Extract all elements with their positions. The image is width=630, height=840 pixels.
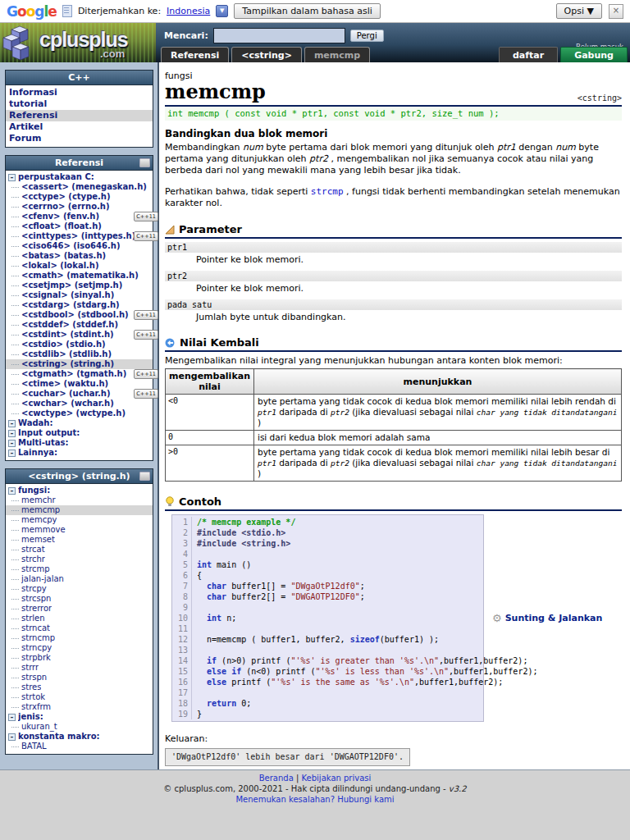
- reference-menu-item[interactable]: - Lainnya:: [6, 448, 153, 458]
- reference-menu-item[interactable]: <cwctype> (wctype.h): [6, 409, 153, 418]
- language-dropdown-icon[interactable]: ▼: [216, 5, 228, 17]
- reference-menu-item[interactable]: <cmath> (matematika.h): [6, 271, 153, 281]
- reference-menu-item[interactable]: <cwchar> (wchar.h): [6, 399, 153, 409]
- cstring-menu-item[interactable]: ukuran_t: [6, 722, 153, 732]
- reference-menu-item[interactable]: <cassert> (menegaskan.h): [6, 182, 153, 192]
- cstring-menu-item[interactable]: - jenis:: [6, 712, 153, 722]
- tree-collapse-icon[interactable]: -: [8, 440, 16, 447]
- options-button[interactable]: Opsi ▼: [556, 3, 602, 19]
- cstring-menu-item[interactable]: memmove: [6, 525, 153, 535]
- tree-line: [11, 285, 19, 286]
- cstring-menu-item[interactable]: jalan-jalan: [6, 574, 153, 584]
- cstring-menu-item[interactable]: - konstanta makro:: [6, 732, 153, 742]
- return-value-cell: 0: [166, 431, 254, 445]
- cstring-menu-item[interactable]: strncmp: [6, 633, 153, 643]
- cstring-menu-item[interactable]: - fungsi:: [6, 486, 153, 495]
- code-editor[interactable]: 1 /* memcmp example */ 2 #include <stdio…: [171, 514, 484, 722]
- cstring-menu-item[interactable]: strxfrm: [6, 702, 153, 712]
- reference-menu-item[interactable]: - Input output:: [6, 428, 153, 438]
- menu-item-label: jalan-jalan: [21, 574, 64, 584]
- reference-menu-item[interactable]: <cstdlib> (stdlib.h): [6, 349, 153, 359]
- cstring-menu-item[interactable]: strlen: [6, 614, 153, 623]
- tree-collapse-icon[interactable]: -: [8, 450, 16, 457]
- tree-collapse-icon[interactable]: -: [8, 714, 16, 721]
- cstring-menu-item[interactable]: strcat: [6, 545, 153, 555]
- cstring-menu-item[interactable]: strcpy: [6, 584, 153, 594]
- header-tab[interactable]: <cstring>: [231, 47, 302, 62]
- cstring-menu-item[interactable]: strtok: [6, 692, 153, 702]
- dock-icon[interactable]: [139, 158, 150, 167]
- tree-line: [11, 628, 19, 629]
- cstring-menu-item[interactable]: strerror: [6, 604, 153, 614]
- reference-menu-item[interactable]: - Multi-utas:: [6, 438, 153, 448]
- tree-collapse-icon[interactable]: -: [8, 733, 16, 741]
- translated-to-label: Diterjemahkan ke:: [78, 6, 161, 16]
- cpp-menu-item[interactable]: tutorial: [6, 98, 153, 110]
- reference-menu-item[interactable]: - Wadah:: [6, 418, 153, 428]
- tree-line: [11, 207, 19, 208]
- cstring-menu-item[interactable]: BATAL: [6, 742, 153, 751]
- contact-link[interactable]: Menemukan kesalahan? Hubungi kami: [235, 795, 394, 804]
- reference-menu-item[interactable]: <ctgmath> (tgmath.h) C++11: [6, 369, 153, 379]
- register-button[interactable]: daftar: [499, 47, 558, 62]
- reference-menu-item[interactable]: <ctime> (waktu.h): [6, 379, 153, 389]
- line-number: 14: [172, 655, 192, 666]
- cstring-menu-item[interactable]: strcspn: [6, 594, 153, 604]
- home-link[interactable]: Beranda: [259, 774, 294, 783]
- dock-icon[interactable]: [139, 472, 150, 481]
- menu-item-label: <cstdarg> (stdarg.h): [21, 300, 120, 310]
- reference-menu-item[interactable]: <cuchar> (uchar.h) C++11: [6, 389, 153, 399]
- reference-menu-item[interactable]: <cfloat> (float.h): [6, 221, 153, 231]
- cplusplus-logo[interactable]: cplusplus .com: [0, 23, 156, 62]
- reference-menu-title: Referensi: [55, 158, 103, 168]
- reference-menu-item[interactable]: <lokal> (lokal.h): [6, 261, 153, 271]
- cstring-menu-item[interactable]: strspn: [6, 673, 153, 682]
- reference-menu-item[interactable]: <cstdbool> (stdbool.h) C++11: [6, 310, 153, 320]
- reference-menu-item[interactable]: <cctype> (ctype.h): [6, 192, 153, 202]
- cpp-menu-item[interactable]: Informasi: [6, 87, 153, 98]
- cstring-menu-item[interactable]: memset: [6, 535, 153, 545]
- tree-collapse-icon[interactable]: -: [8, 174, 16, 181]
- reference-menu-item[interactable]: <ciso646> (iso646.h): [6, 241, 153, 251]
- cstring-menu-item[interactable]: strrr: [6, 663, 153, 673]
- line-number: 2: [172, 527, 192, 538]
- cstring-menu-item[interactable]: memchr: [6, 495, 153, 505]
- cstring-menu-item[interactable]: memcpy: [6, 515, 153, 525]
- reference-menu-item[interactable]: <cstddef> (stddef.h): [6, 320, 153, 330]
- reference-menu-item[interactable]: <csignal> (sinyal.h): [6, 290, 153, 300]
- tree-collapse-icon[interactable]: -: [8, 420, 16, 427]
- cstring-menu-item[interactable]: strncat: [6, 623, 153, 633]
- reference-menu-item[interactable]: <csetjmp> (setjmp.h): [6, 281, 153, 290]
- cstring-menu-item[interactable]: strpbrk: [6, 653, 153, 663]
- reference-menu-item[interactable]: <cinttypes> (inttypes.h) C++11: [6, 231, 153, 241]
- show-original-button[interactable]: Tampilkan dalam bahasa asli: [234, 3, 381, 19]
- header-tab[interactable]: Referensi: [161, 47, 229, 62]
- search-go-button[interactable]: Pergi: [350, 30, 384, 42]
- cstring-menu-item[interactable]: strcmp: [6, 564, 153, 574]
- join-button[interactable]: Gabung: [560, 47, 628, 62]
- cpp-menu-item[interactable]: Forum: [6, 133, 153, 144]
- privacy-link[interactable]: Kebijakan privasi: [302, 774, 372, 783]
- reference-menu-item[interactable]: <cerrno> (errno.h): [6, 202, 153, 212]
- cstring-menu-item[interactable]: strchr: [6, 555, 153, 564]
- tree-collapse-icon[interactable]: -: [8, 430, 16, 437]
- reference-menu-item[interactable]: <cstdarg> (stdarg.h): [6, 300, 153, 310]
- header-tab[interactable]: memcmp: [304, 47, 370, 62]
- language-link[interactable]: Indonesia: [167, 6, 210, 16]
- cstring-menu-item[interactable]: stres: [6, 682, 153, 692]
- reference-menu-item[interactable]: <cstdio> (stdio.h): [6, 340, 153, 349]
- edit-and-run-link[interactable]: ⚙ Sunting & Jalankan: [492, 612, 602, 624]
- reference-menu-item[interactable]: <cstdint> (stdint.h) C++11: [6, 330, 153, 340]
- reference-menu-item[interactable]: <cfenv> (fenv.h) C++11: [6, 212, 153, 221]
- close-icon[interactable]: ×: [609, 4, 623, 19]
- tree-collapse-icon[interactable]: -: [8, 487, 16, 495]
- reference-menu-item[interactable]: - perpustakaan C:: [6, 172, 153, 182]
- reference-menu-item[interactable]: <batas> (batas.h): [6, 251, 153, 261]
- cpp-menu-item[interactable]: Artikel: [6, 121, 153, 133]
- search-input[interactable]: [213, 28, 345, 43]
- tree-line: [11, 707, 19, 708]
- reference-menu-item[interactable]: <cstring> (string.h): [6, 359, 153, 369]
- cstring-menu-item[interactable]: strncpy: [6, 643, 153, 653]
- cpp-menu-item[interactable]: Referensi: [6, 110, 153, 121]
- cstring-menu-item[interactable]: memcmp: [6, 505, 153, 515]
